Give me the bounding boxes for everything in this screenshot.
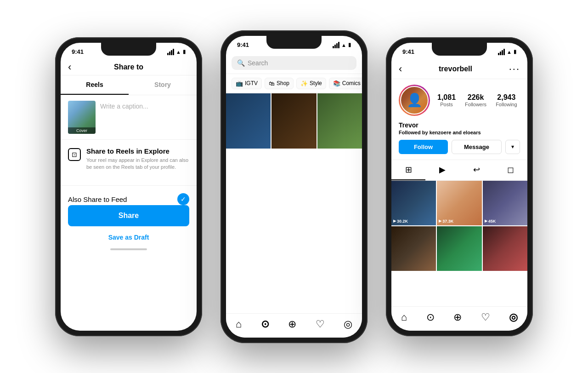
share-to-reels-option: ⊡ Share to Reels in Explore Your reel ma…	[68, 147, 189, 171]
wifi-icon-3: ▲	[507, 49, 512, 55]
cover-label: Cover	[68, 127, 96, 134]
save-draft-button[interactable]: Save as Draft	[61, 230, 197, 245]
photo-cell-1[interactable]: ▶ 30.2K	[391, 181, 436, 225]
followers-count: 226k	[468, 93, 484, 102]
status-icons-1: ▲ ▮	[167, 49, 186, 55]
follow-button[interactable]: Follow	[399, 140, 448, 154]
add-nav-3[interactable]: ⊕	[453, 311, 462, 323]
phone3-screen: ‹ trevorbell ··· 👤 1,081 Posts	[391, 59, 527, 271]
add-nav-2[interactable]: ⊕	[288, 318, 296, 330]
photo-cell-4[interactable]	[391, 226, 436, 271]
profile-back-button[interactable]: ‹	[399, 63, 402, 75]
tab-bar: Reels Story	[61, 75, 197, 95]
battery-icon-3: ▮	[514, 49, 516, 55]
search-bar[interactable]: 🔍 Search	[232, 56, 356, 70]
igtv-icon: 📺	[236, 80, 243, 87]
story-tab[interactable]: Story	[129, 75, 197, 95]
phone1-header: ‹ Share to	[61, 59, 197, 75]
style-label: Style	[310, 80, 322, 86]
thumb-3	[317, 93, 362, 149]
share-button[interactable]: Share	[68, 205, 189, 226]
cat-comics[interactable]: 📚 Comics	[329, 78, 362, 89]
profile-username: trevorbell	[439, 65, 472, 73]
also-share-checkbox[interactable]: ✓	[177, 193, 189, 205]
search-icon: 🔍	[237, 59, 245, 67]
search-input[interactable]: Search	[248, 59, 268, 67]
profile-top-row: 👤 1,081 Posts 226k Followers	[399, 85, 520, 116]
wifi-icon-2: ▲	[341, 42, 346, 48]
share-to-reels-title: Share to Reels in Explore	[86, 147, 189, 155]
search-nav-3[interactable]: ⊙	[426, 311, 435, 323]
profile-more-button[interactable]: ···	[509, 63, 520, 75]
time-2: 9:41	[237, 41, 249, 48]
photo-cell-5[interactable]	[437, 226, 481, 271]
following-label: Following	[496, 102, 517, 107]
scene: 9:41 ▲ ▮ ‹ Share to	[46, 21, 542, 352]
reels-tab[interactable]: Reels	[61, 75, 129, 95]
comics-label: Comics	[342, 80, 361, 86]
options-section: ⊡ Share to Reels in Explore Your reel ma…	[61, 140, 197, 182]
posts-label: Posts	[440, 102, 453, 107]
wifi-icon: ▲	[176, 49, 181, 55]
cat-shop[interactable]: 🛍 Shop	[265, 78, 294, 89]
back-button[interactable]: ‹	[68, 61, 71, 73]
style-icon: ✨	[300, 80, 308, 87]
cat-igtv[interactable]: 📺 IGTV	[232, 78, 262, 89]
photo-cell-2[interactable]: ▶ 37.3K	[437, 181, 481, 225]
content-tabs: ⊞ ▶ ↩ ◻	[391, 160, 527, 181]
profile-name: Trevor	[399, 121, 520, 129]
reels-tab-profile[interactable]: ▶	[425, 160, 459, 180]
message-button[interactable]: Message	[452, 140, 502, 154]
followed-by: Followed by kenzoere and eloears	[399, 130, 520, 135]
profile-info-area: 👤 1,081 Posts 226k Followers	[391, 79, 527, 160]
heart-nav-2[interactable]: ♡	[316, 318, 325, 330]
view-count-2: ▶ 37.3K	[439, 219, 453, 224]
phone-3: 9:41 ▲ ▮ ‹ trevorbell ···	[386, 37, 533, 336]
home-nav-2[interactable]: ⌂	[236, 318, 242, 330]
phone1-screen: ‹ Share to Reels Story Cover Write a cap…	[61, 59, 197, 254]
phone-1: 9:41 ▲ ▮ ‹ Share to	[55, 37, 202, 336]
caption-area: Cover Write a caption...	[61, 95, 197, 140]
shop-label: Shop	[277, 80, 289, 86]
profile-nav-2[interactable]: ◎	[344, 318, 352, 330]
bottom-nav-3: ⌂ ⊙ ⊕ ♡ ◎	[391, 306, 527, 331]
also-share-row[interactable]: Also Share to Feed ✓	[61, 185, 197, 205]
following-count: 2,943	[497, 93, 515, 102]
share-to-reels-info: Share to Reels in Explore Your reel may …	[86, 147, 189, 171]
cat-style[interactable]: ✨ Style	[296, 78, 326, 89]
also-share-label: Also Share to Feed	[68, 195, 127, 203]
photo-bg-5	[437, 226, 481, 271]
photo-bg-6	[483, 226, 527, 271]
categories-bar: 📺 IGTV 🛍 Shop ✨ Style 📚 Comics	[226, 74, 362, 93]
dropdown-button[interactable]: ▾	[505, 140, 520, 154]
status-icons-3: ▲ ▮	[498, 49, 516, 55]
notch-3	[432, 43, 487, 56]
photo-bg-4	[391, 226, 436, 271]
profile-header-bar: ‹ trevorbell ···	[391, 59, 527, 79]
search-bar-area: 🔍 Search	[226, 52, 362, 74]
photo-cell-3[interactable]: ▶ 45K	[483, 181, 527, 225]
status-icons-2: ▲ ▮	[333, 42, 351, 48]
count-1: 30.2K	[397, 219, 408, 224]
tagged-tab[interactable]: ↩	[459, 160, 493, 180]
home-nav-3[interactable]: ⌂	[401, 311, 407, 323]
home-indicator-1	[61, 245, 197, 254]
count-3: 45K	[488, 219, 496, 224]
caption-input[interactable]: Write a caption...	[100, 101, 189, 134]
notch-2	[266, 36, 322, 49]
posts-count: 1,081	[437, 93, 456, 102]
notch-1	[101, 43, 156, 56]
heart-nav-3[interactable]: ♡	[481, 311, 490, 323]
photo-cell-6[interactable]	[483, 226, 527, 271]
thumb-1	[226, 93, 271, 149]
comics-icon: 📚	[333, 80, 340, 87]
search-nav-2[interactable]: ⊙	[261, 318, 269, 330]
posts-stat: 1,081 Posts	[437, 93, 456, 107]
igtv-tab-profile[interactable]: ◻	[493, 160, 527, 180]
followed-by-users: kenzoere and eloears	[430, 130, 481, 135]
profile-nav-3[interactable]: ◎	[509, 311, 518, 323]
share-to-title: Share to	[68, 63, 189, 71]
action-buttons: Follow Message ▾	[399, 140, 520, 154]
grid-tab[interactable]: ⊞	[391, 160, 425, 180]
bottom-nav-2: ⌂ ⊙ ⊕ ♡ ◎	[226, 313, 362, 338]
